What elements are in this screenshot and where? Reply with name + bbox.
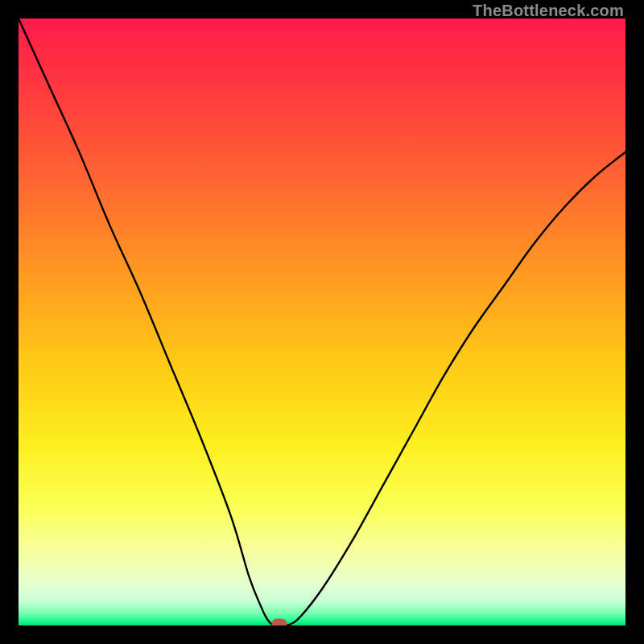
plot-area — [19, 19, 625, 625]
curve-svg — [19, 19, 625, 625]
chart-frame: TheBottleneck.com — [0, 0, 644, 644]
optimal-point-marker — [272, 618, 287, 625]
watermark-text: TheBottleneck.com — [473, 2, 624, 20]
bottleneck-curve-path — [19, 19, 625, 625]
